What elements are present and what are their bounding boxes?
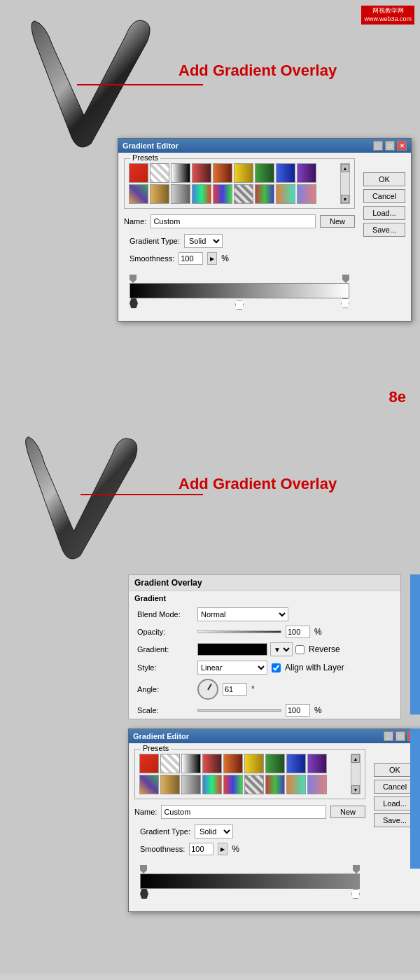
preset2-1[interactable] (139, 754, 159, 773)
bottom-stop-mid1[interactable] (235, 300, 244, 310)
reverse-checkbox[interactable] (295, 645, 304, 654)
style-label: Style: (137, 663, 193, 672)
blend-mode-row: Blend Mode: Normal Multiply Screen (129, 605, 400, 623)
style-select[interactable]: Linear Radial Angle (197, 661, 267, 675)
preset-10[interactable] (129, 184, 148, 204)
bottom-stop-right2[interactable] (351, 889, 360, 899)
gradient-type-row2: Gradient Type: Solid Noise (134, 824, 365, 838)
smoothness-input2[interactable] (189, 843, 214, 855)
preset-18[interactable] (297, 184, 316, 204)
smoothness-unit2: % (232, 844, 239, 854)
preset2-18[interactable] (307, 775, 327, 794)
save-btn1[interactable]: Save... (363, 223, 405, 237)
dialog-body1: Presets (118, 153, 411, 321)
preset2-14[interactable] (223, 775, 243, 794)
gradient-swatch-dropdown[interactable]: ▼ (270, 642, 293, 656)
cancel-btn1[interactable]: Cancel (363, 189, 405, 203)
load-btn2[interactable]: Load... (374, 796, 416, 810)
preset-16[interactable] (255, 184, 274, 204)
smoothness-stepper2[interactable]: ▶ (218, 843, 227, 855)
bottom-stops2 (140, 889, 360, 900)
top-stop-left1[interactable] (130, 275, 136, 283)
bottom-stop-left2[interactable] (140, 889, 148, 899)
preset2-3[interactable] (181, 754, 201, 773)
gradient-subheader: Gradient (129, 591, 400, 605)
top-stop-right1[interactable] (342, 275, 349, 283)
restore-btn1[interactable]: □ (385, 141, 395, 151)
preset-12[interactable] (171, 184, 190, 204)
gradient-type-select1[interactable]: Solid Noise (184, 234, 223, 248)
preset-2[interactable] (150, 163, 169, 183)
restore-btn2[interactable]: □ (396, 731, 405, 741)
blend-mode-label: Blend Mode: (137, 610, 193, 619)
preset2-17[interactable] (286, 775, 306, 794)
preset2-15[interactable] (244, 775, 264, 794)
gradient-bar1[interactable] (130, 283, 349, 298)
preset-8[interactable] (276, 163, 295, 183)
preset2-9[interactable] (307, 754, 327, 773)
ok-btn1[interactable]: OK (363, 172, 405, 186)
align-checkbox[interactable] (272, 663, 281, 672)
preset-5[interactable] (213, 163, 232, 183)
preset2-5[interactable] (223, 754, 243, 773)
smoothness-stepper1[interactable]: ▶ (207, 252, 217, 265)
scroll-down2[interactable]: ▼ (351, 785, 360, 794)
minimize-btn2[interactable]: _ (384, 731, 393, 741)
preset-13[interactable] (192, 184, 211, 204)
preset-4[interactable] (192, 163, 211, 183)
bottom-stop-left1[interactable] (130, 298, 138, 308)
preset-11[interactable] (150, 184, 169, 204)
top-stops2 (140, 864, 360, 874)
cancel-btn2[interactable]: Cancel (374, 780, 416, 794)
close-btn1[interactable]: ✕ (397, 141, 407, 151)
presets-group2: Presets (134, 749, 365, 799)
preset-17[interactable] (276, 184, 295, 204)
presets-grid-wrap2: ▲ ▼ (139, 754, 360, 794)
name-input1[interactable] (150, 214, 316, 228)
presets-scrollbar2: ▲ ▼ (351, 754, 360, 794)
preset2-10[interactable] (139, 775, 159, 794)
gradient-bar2[interactable] (140, 874, 360, 889)
preset2-6[interactable] (244, 754, 264, 773)
preset-1[interactable] (129, 163, 148, 183)
preset-3[interactable] (171, 163, 190, 183)
scroll-up1[interactable]: ▲ (341, 164, 349, 172)
opacity-slider[interactable] (197, 630, 281, 633)
top-stop-left2[interactable] (140, 865, 147, 874)
preset-7[interactable] (255, 163, 274, 183)
top-stop-right2[interactable] (353, 865, 360, 874)
scroll-down1[interactable]: ▼ (341, 195, 349, 203)
new-btn2[interactable]: New (330, 806, 365, 818)
scale-slider[interactable] (197, 709, 281, 712)
preset2-4[interactable] (202, 754, 222, 773)
gradient-swatch[interactable] (197, 643, 267, 656)
save-btn2[interactable]: Save... (374, 813, 416, 827)
preset2-11[interactable] (160, 775, 180, 794)
angle-input[interactable] (223, 683, 247, 696)
preset-14[interactable] (213, 184, 232, 204)
bottom-stop-right1[interactable] (341, 298, 349, 308)
preset2-8[interactable] (286, 754, 306, 773)
smoothness-input1[interactable] (178, 252, 203, 265)
preset-6[interactable] (234, 163, 253, 183)
preset2-13[interactable] (202, 775, 222, 794)
preset2-16[interactable] (265, 775, 285, 794)
dialog-titlebar1: Gradient Editor _ □ ✕ (118, 139, 411, 153)
minimize-btn1[interactable]: _ (373, 141, 383, 151)
gradient-type-select2[interactable]: Solid Noise (195, 824, 233, 838)
opacity-input[interactable] (286, 626, 310, 638)
preset-9[interactable] (297, 163, 316, 183)
preset2-2[interactable] (160, 754, 180, 773)
preset2-7[interactable] (265, 754, 285, 773)
scale-input[interactable] (286, 704, 310, 717)
blend-mode-select[interactable]: Normal Multiply Screen (197, 607, 288, 621)
opacity-label: Opacity: (137, 628, 193, 636)
ok-btn2[interactable]: OK (374, 763, 416, 777)
new-btn1[interactable]: New (320, 215, 355, 228)
name-input2[interactable] (161, 805, 326, 819)
preset2-12[interactable] (181, 775, 201, 794)
angle-dial[interactable] (197, 679, 218, 700)
scroll-up2[interactable]: ▲ (351, 754, 360, 763)
load-btn1[interactable]: Load... (363, 206, 405, 220)
preset-15[interactable] (234, 184, 253, 204)
